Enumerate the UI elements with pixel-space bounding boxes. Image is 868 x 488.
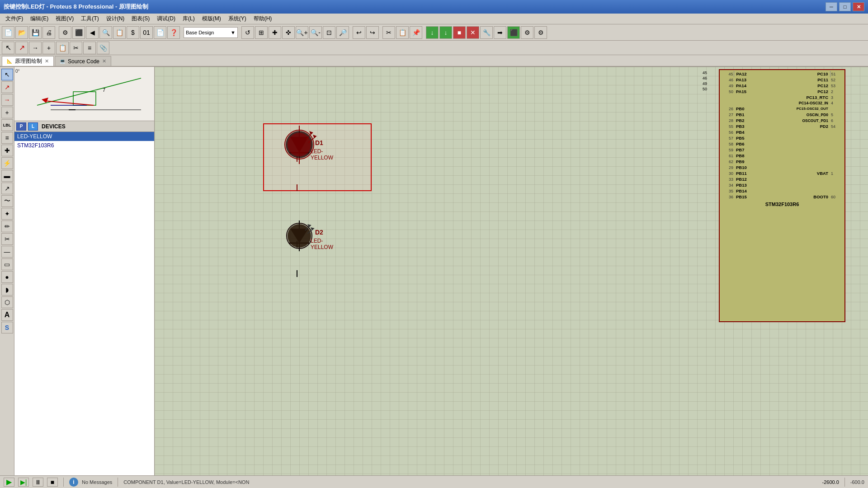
menu-item-h[interactable]: 帮助(H) xyxy=(250,14,276,23)
design-dropdown[interactable]: Base Design ▼ xyxy=(184,27,238,38)
redo-btn[interactable]: ↪ xyxy=(366,26,379,39)
zoom-in-btn[interactable]: 🔍+ xyxy=(296,26,308,39)
schematic-tab-close[interactable]: ✕ xyxy=(45,58,49,64)
tb-btn-8[interactable]: 🔍 xyxy=(99,26,112,39)
copy-btn[interactable]: 📋 xyxy=(396,26,409,39)
tb-btn-6[interactable]: ⬛ xyxy=(72,26,85,39)
device-p-btn[interactable]: P xyxy=(16,122,26,131)
paste-btn[interactable]: 📌 xyxy=(410,26,422,39)
menu-item-d[interactable]: 调试(D) xyxy=(153,14,179,23)
maximize-button[interactable]: □ xyxy=(839,2,851,11)
marker-tool[interactable]: ✦ xyxy=(1,208,13,220)
rect-tool[interactable]: ▭ xyxy=(1,258,13,270)
circle-tool[interactable]: ● xyxy=(1,271,13,283)
tb-btn-11[interactable]: 01 xyxy=(140,26,153,39)
tb-btn-14[interactable]: ↺ xyxy=(241,26,254,39)
menu-item-t[interactable]: 工具(T) xyxy=(77,14,102,23)
tb-btn-12[interactable]: 📄 xyxy=(154,26,166,39)
canvas-area[interactable]: D1 LED-YELLOW xyxy=(155,67,868,475)
label-btn[interactable]: 📋 xyxy=(56,42,69,54)
tb-btn-17[interactable]: ✜ xyxy=(282,26,295,39)
stop-btn[interactable]: ■ xyxy=(47,478,58,487)
stm32-chip[interactable]: 45 46 49 50 xyxy=(719,69,845,322)
component-tool[interactable]: ↗ xyxy=(1,81,13,93)
select-tool[interactable]: ↖ xyxy=(1,69,13,80)
script-btn[interactable]: ✂ xyxy=(70,42,82,54)
open-btn[interactable]: 📂 xyxy=(15,26,28,39)
tb-btn-30[interactable]: 🔧 xyxy=(480,26,493,39)
tb-btn-5[interactable]: ⚙ xyxy=(59,26,71,39)
tab-schematic[interactable]: 📐 原理图绘制 ✕ xyxy=(2,56,54,66)
junction-btn[interactable]: + xyxy=(42,42,55,54)
print-btn[interactable]: 🖨 xyxy=(42,26,55,39)
source-tab-close[interactable]: ✕ xyxy=(102,58,106,64)
tabs-bar: 📐 原理图绘制 ✕ 💻 Source Code ✕ xyxy=(0,55,868,67)
minimize-button[interactable]: ─ xyxy=(826,2,837,11)
wire-btn[interactable]: → xyxy=(29,42,42,54)
tb-btn-31[interactable]: ➡ xyxy=(494,26,506,39)
bus-btn[interactable]: ≡ xyxy=(83,42,96,54)
tb-btn-15[interactable]: ⊞ xyxy=(255,26,268,39)
tb-btn-21[interactable]: 🔎 xyxy=(336,26,349,39)
tb-btn-7[interactable]: ◀ xyxy=(86,26,99,39)
tb-red2[interactable]: ✕ xyxy=(467,26,479,39)
chip-pin-row: 34 PB13 xyxy=(722,182,843,188)
symbol-tool[interactable]: S xyxy=(1,322,13,333)
component-btn[interactable]: ↗ xyxy=(15,42,28,54)
play-btn[interactable]: ▶ xyxy=(4,478,14,487)
wire-tool[interactable]: → xyxy=(1,94,13,106)
menu-item-v[interactable]: 视图(V) xyxy=(52,14,77,23)
close-button[interactable]: ✕ xyxy=(853,2,864,11)
label-tool[interactable]: LBL xyxy=(1,119,13,131)
zoom-out-btn[interactable]: 🔍- xyxy=(309,26,322,39)
tb-btn-32[interactable]: ⬛ xyxy=(507,26,520,39)
bus-tool[interactable]: ✚ xyxy=(1,145,13,156)
line-tool[interactable]: — xyxy=(1,246,13,258)
step-btn[interactable]: ▶| xyxy=(18,478,29,487)
menu-item-m[interactable]: 模版(M) xyxy=(198,14,225,23)
text-tool[interactable]: ≡ xyxy=(1,132,13,144)
help-btn[interactable]: ❓ xyxy=(167,26,180,39)
chip-pin-row: 30 PB11 VBAT 1 xyxy=(722,170,843,176)
menu-item-e[interactable]: 编辑(E) xyxy=(27,14,52,23)
tb-red1[interactable]: ■ xyxy=(453,26,466,39)
undo-btn[interactable]: ↩ xyxy=(353,26,365,39)
d1-led-symbol xyxy=(277,126,322,198)
junction-tool[interactable]: + xyxy=(1,107,13,118)
arc-tool[interactable]: ◗ xyxy=(1,284,13,296)
tb-btn-10[interactable]: $ xyxy=(127,26,139,39)
new-btn[interactable]: 📄 xyxy=(2,26,14,39)
menu-item-f[interactable]: 文件(F) xyxy=(2,14,27,23)
tape-tool[interactable]: 〜 xyxy=(1,195,13,207)
save-btn[interactable]: 💾 xyxy=(29,26,42,39)
tb-btn-9[interactable]: 📋 xyxy=(113,26,126,39)
tab-source[interactable]: 💻 Source Code ✕ xyxy=(55,56,111,66)
device-stm32[interactable]: STM32F103R6 xyxy=(14,141,154,150)
tb-btn-33[interactable]: ⚙ xyxy=(521,26,533,39)
sel-mode-btn[interactable]: ↖ xyxy=(2,42,14,54)
pause-btn[interactable]: ⏸ xyxy=(33,478,43,487)
cut-btn[interactable]: ✂ xyxy=(382,26,395,39)
hier-tool[interactable]: ▬ xyxy=(1,170,13,182)
tb-green1[interactable]: ↓ xyxy=(426,26,439,39)
tb-green2[interactable]: ↓ xyxy=(439,26,452,39)
menu-item-l[interactable]: 库(L) xyxy=(179,14,198,23)
tb-btn-34[interactable]: ⚙ xyxy=(534,26,547,39)
pencil-tool[interactable]: ✏ xyxy=(1,221,13,232)
d1-led[interactable]: D1 LED-YELLOW xyxy=(277,126,322,198)
text2-tool[interactable]: A xyxy=(1,309,13,321)
device-led-yellow[interactable]: LED-YELLOW xyxy=(14,132,154,141)
polygon-tool[interactable]: ⬡ xyxy=(1,296,13,308)
device-l-btn[interactable]: L xyxy=(28,122,38,131)
tb-btn-16[interactable]: ✚ xyxy=(269,26,281,39)
power-tool[interactable]: ⚡ xyxy=(1,157,13,169)
d2-led[interactable]: D2 LED-YELLOW xyxy=(277,221,322,279)
menu-item-y[interactable]: 系统(Y) xyxy=(225,14,250,23)
scissors-tool[interactable]: ✂ xyxy=(1,233,13,245)
hier-btn[interactable]: 📎 xyxy=(97,42,109,54)
zoom-fit-btn[interactable]: ⊡ xyxy=(323,26,335,39)
menu-item-n[interactable]: 设计(N) xyxy=(103,14,128,23)
menu-item-s[interactable]: 图表(S) xyxy=(128,14,153,23)
chip-pin-row: 49 PA14 PC12 53 xyxy=(722,83,843,89)
probe-tool[interactable]: ↗ xyxy=(1,183,13,194)
